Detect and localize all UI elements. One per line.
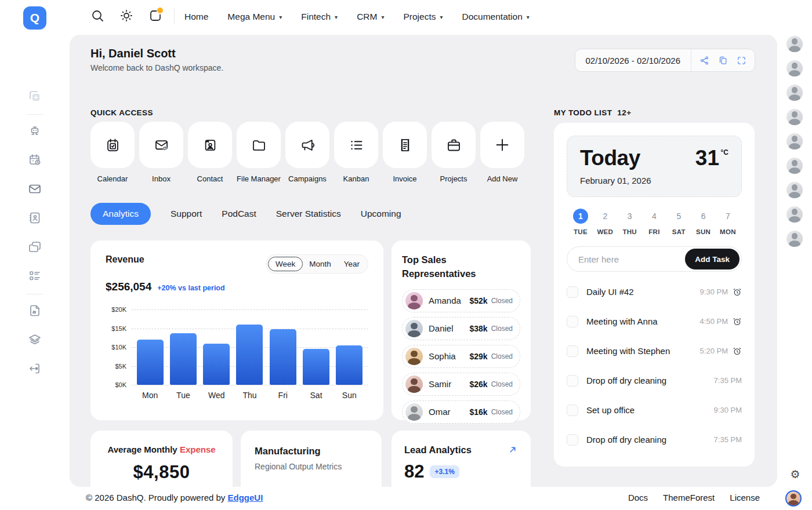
sales-rep-row[interactable]: Sophia $29k Closed: [402, 345, 520, 368]
nav-home[interactable]: Home: [184, 12, 208, 22]
nav-crm[interactable]: CRM: [357, 12, 384, 22]
contacts-book-icon[interactable]: [28, 211, 42, 225]
contact-avatar[interactable]: [786, 85, 803, 101]
bar-sun[interactable]: [336, 345, 362, 385]
tab-server-statistics[interactable]: Server Statistics: [276, 209, 341, 219]
bar-mon[interactable]: [137, 340, 164, 385]
expense-card[interactable]: Average Monthly Expense $4,850: [90, 431, 233, 487]
tab-support[interactable]: Support: [171, 209, 202, 219]
y-tick: $0K: [115, 381, 126, 388]
bar-thu[interactable]: [236, 325, 263, 385]
sales-rep-row[interactable]: Amanda $52k Closed: [402, 289, 520, 312]
range-week[interactable]: Week: [268, 257, 303, 271]
bar-fri[interactable]: [270, 329, 296, 385]
contact-avatar[interactable]: [786, 36, 803, 52]
gear-icon[interactable]: ⚙: [789, 469, 801, 480]
document-approve-icon[interactable]: [28, 304, 42, 318]
footer-link-license[interactable]: License: [730, 493, 760, 502]
page-footer: © 2026 DashQ. Proudly powered by EdggeUI…: [86, 493, 760, 502]
todo-checkbox[interactable]: [567, 375, 578, 387]
contact-avatar[interactable]: [786, 158, 803, 174]
nav-fintech[interactable]: Fintech: [301, 12, 338, 22]
todo-checkbox[interactable]: [567, 316, 578, 327]
date-range-input[interactable]: 02/10/2026 - 02/10/2026: [575, 56, 691, 65]
todo-checkbox[interactable]: [567, 286, 578, 298]
top-navbar: Q Home Mega Menu Fintech CRM Projects Do…: [0, 0, 812, 34]
weekday-wed[interactable]: 2WED: [595, 209, 615, 235]
quick-access-contact[interactable]: Contact: [188, 122, 232, 183]
range-year[interactable]: Year: [338, 257, 366, 271]
notification-icon[interactable]: [148, 9, 162, 23]
top-sales-card: Top Sales Representatives Amanda $52k Cl…: [392, 241, 531, 420]
folders-icon[interactable]: [28, 240, 42, 254]
manufacturing-card[interactable]: Manufacturing Regional Output Metrics: [241, 431, 382, 487]
add-new-icon[interactable]: [28, 89, 42, 103]
sidebar-divider: [27, 114, 43, 115]
weekday-fri[interactable]: 4FRI: [644, 209, 664, 235]
todo-checkbox[interactable]: [567, 345, 578, 357]
logout-icon[interactable]: [28, 362, 42, 376]
theme-sun-icon[interactable]: [119, 9, 133, 23]
contact-avatar[interactable]: [786, 109, 803, 125]
lead-analytics-card[interactable]: Lead Analytics 82 +3.1%: [392, 431, 531, 487]
quick-access-inbox[interactable]: @ Inbox: [139, 122, 183, 183]
app-logo[interactable]: Q: [23, 6, 46, 30]
y-tick: $5K: [115, 363, 126, 370]
weekday-tue[interactable]: 1TUE: [571, 209, 590, 235]
manufacturing-title: Manufacturing: [255, 446, 368, 457]
quick-access-campaigns[interactable]: Campaigns: [285, 122, 329, 183]
current-user-avatar[interactable]: [785, 490, 802, 507]
bar-wed[interactable]: [203, 344, 230, 385]
contact-avatar[interactable]: [786, 60, 803, 76]
brand-link[interactable]: EdggeUI: [228, 493, 263, 502]
navbar-divider: [174, 8, 175, 24]
share-icon[interactable]: [699, 56, 709, 65]
task-list-icon[interactable]: [28, 269, 42, 283]
weekday-sun[interactable]: 6SUN: [694, 209, 713, 235]
sales-rep-row[interactable]: Omar $16k Closed: [402, 400, 520, 424]
arrow-up-right-icon[interactable]: [507, 445, 518, 455]
weekday-thu[interactable]: 3THU: [620, 209, 640, 235]
copy-icon[interactable]: [718, 56, 728, 65]
contact-avatar[interactable]: [786, 206, 803, 223]
quick-access-projects[interactable]: Projects: [432, 122, 476, 183]
range-month[interactable]: Month: [303, 257, 338, 271]
footer-link-themeforest[interactable]: ThemeForest: [663, 493, 715, 502]
search-icon[interactable]: [90, 9, 104, 23]
bar-sat[interactable]: [303, 349, 329, 385]
bar-tue[interactable]: [170, 333, 197, 385]
quick-access-kanban[interactable]: Kanban: [334, 122, 378, 183]
quick-access-calendar[interactable]: Calendar: [90, 122, 135, 183]
nav-projects[interactable]: Projects: [403, 12, 443, 22]
contact-avatar[interactable]: [786, 133, 803, 150]
footer-copyright: © 2026 DashQ. Proudly powered by EdggeUI: [86, 493, 263, 502]
fullscreen-icon[interactable]: [737, 56, 746, 65]
nav-mega-menu[interactable]: Mega Menu: [227, 12, 282, 22]
calendar-schedule-icon[interactable]: [28, 153, 42, 167]
nav-documentation[interactable]: Documentation: [462, 12, 530, 22]
welcome-header: Hi, Daniel Scott Welcome back to DashQ w…: [90, 47, 223, 72]
add-task-button[interactable]: Add Task: [685, 249, 740, 269]
mail-icon[interactable]: [28, 182, 42, 196]
tab-analytics[interactable]: Analytics: [90, 203, 151, 225]
contact-avatar[interactable]: [786, 182, 803, 198]
content-tabs: Analytics Support PodCast Server Statist…: [90, 203, 401, 225]
tab-upcoming[interactable]: Upcoming: [361, 209, 401, 219]
briefcase-icon: [446, 137, 462, 153]
quick-access-add-new[interactable]: Add New: [480, 122, 524, 183]
ai-bot-icon[interactable]: [28, 124, 42, 138]
lead-value: 82: [404, 461, 424, 482]
revenue-chart: $20K $15K $10K $5K $0K: [106, 309, 368, 400]
quick-access-file-manager[interactable]: File Manager: [237, 122, 281, 183]
weekday-mon[interactable]: 7MON: [718, 209, 738, 235]
todo-checkbox[interactable]: [567, 434, 578, 446]
tab-podcast[interactable]: PodCast: [222, 209, 256, 219]
footer-link-docs[interactable]: Docs: [628, 493, 648, 502]
todo-checkbox[interactable]: [567, 405, 578, 416]
contact-avatar[interactable]: [786, 231, 803, 247]
weekday-sat[interactable]: 5SAT: [669, 209, 688, 235]
sales-rep-row[interactable]: Samir $26k Closed: [402, 373, 520, 396]
layers-icon[interactable]: [28, 333, 42, 347]
sales-rep-row[interactable]: Daniel $38k Closed: [402, 317, 520, 340]
quick-access-invoice[interactable]: Invoice: [383, 122, 427, 183]
